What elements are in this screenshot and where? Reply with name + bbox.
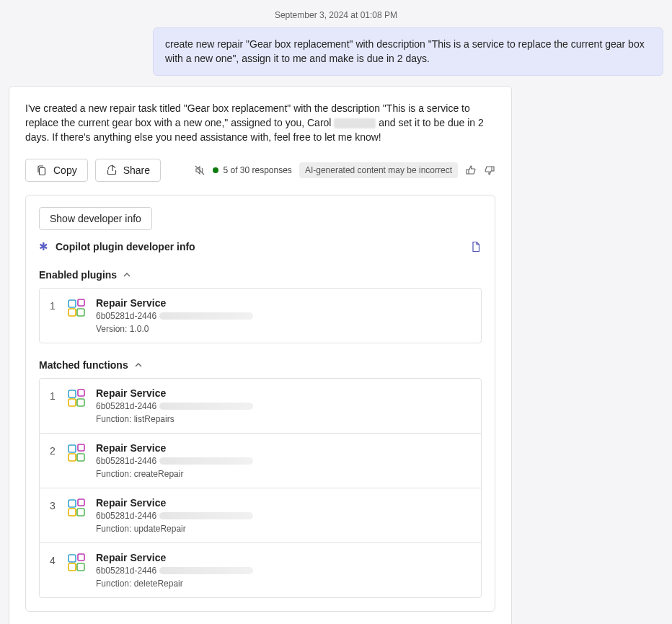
function-row: 3 Repair Service 6b05281d-2446 Function:… — [40, 488, 481, 542]
document-icon[interactable] — [470, 241, 482, 252]
plugin-name: Repair Service — [96, 297, 471, 309]
status-indicator-icon — [213, 167, 218, 173]
matched-functions-list: 1 Repair Service 6b05281d-2446 Function:… — [39, 378, 482, 598]
row-index: 1 — [50, 387, 57, 424]
user-message: create new repair "Gear box replacement"… — [153, 27, 663, 76]
matched-functions-label: Matched functions — [39, 359, 128, 371]
chevron-up-icon — [134, 361, 143, 369]
show-developer-info-button[interactable]: Show developer info — [39, 207, 152, 230]
row-index: 2 — [50, 442, 57, 479]
redacted-id — [159, 403, 253, 410]
function-row: 1 Repair Service 6b05281d-2446 Function:… — [40, 379, 481, 433]
enabled-plugins-list: 1 Repair Service 6b05281d-2446 Version: … — [39, 288, 482, 343]
copy-label: Copy — [53, 164, 77, 176]
app-tile-icon — [67, 498, 86, 517]
enabled-plugins-label: Enabled plugins — [39, 269, 117, 281]
developer-info-panel: Show developer info ✱ Copilot plugin dev… — [25, 195, 495, 612]
plugin-name: Repair Service — [96, 442, 471, 454]
share-label: Share — [123, 164, 150, 176]
app-tile-icon — [67, 444, 86, 462]
plugin-id: 6b05281d-2446 — [96, 456, 471, 466]
function-name: Function: listRepairs — [96, 414, 471, 424]
share-button[interactable]: Share — [95, 159, 161, 182]
chevron-up-icon — [123, 271, 131, 279]
app-tile-icon — [67, 553, 86, 572]
function-row: 4 Repair Service 6b05281d-2446 Function:… — [40, 542, 481, 597]
ai-disclaimer-badge: AI-generated content may be incorrect — [299, 162, 458, 178]
chat-container: September 3, 2024 at 01:08 PM create new… — [0, 0, 672, 624]
redacted-name — [334, 118, 376, 128]
action-bar: Copy Share 5 of 30 responses AI-generate… — [25, 159, 495, 182]
response-counter: 5 of 30 responses — [213, 165, 291, 175]
plugin-id: 6b05281d-2446 — [96, 566, 471, 576]
plugin-id: 6b05281d-2446 — [96, 511, 471, 521]
plugin-version: Version: 1.0.0 — [96, 324, 471, 334]
plugin-name: Repair Service — [96, 552, 471, 563]
developer-info-title: Copilot plugin developer info — [56, 241, 463, 252]
function-name: Function: updateRepair — [96, 524, 471, 534]
plugin-name: Repair Service — [96, 387, 471, 399]
redacted-id — [159, 512, 253, 519]
plugin-id: 6b05281d-2446 — [96, 401, 471, 411]
redacted-id — [159, 457, 253, 465]
redacted-id — [159, 312, 253, 320]
assistant-message-card: I've created a new repair task titled "G… — [9, 86, 512, 624]
function-name: Function: createRepair — [96, 469, 471, 479]
function-name: Function: deleteRepair — [96, 579, 471, 589]
row-index: 1 — [50, 297, 57, 334]
plugin-id: 6b05281d-2446 — [96, 311, 471, 321]
thumbs-up-icon[interactable] — [465, 164, 477, 176]
row-index: 4 — [50, 552, 57, 589]
plugin-name: Repair Service — [96, 497, 471, 509]
response-counter-text: 5 of 30 responses — [223, 165, 291, 175]
app-tile-icon — [67, 389, 86, 408]
read-aloud-off-icon[interactable] — [194, 164, 205, 176]
matched-functions-header[interactable]: Matched functions — [39, 359, 482, 371]
svg-rect-4 — [40, 168, 45, 175]
redacted-id — [159, 567, 253, 574]
message-timestamp: September 3, 2024 at 01:08 PM — [9, 7, 663, 27]
enabled-plugins-header[interactable]: Enabled plugins — [39, 269, 482, 281]
bug-icon: ✱ — [39, 240, 48, 253]
plugin-row: 1 Repair Service 6b05281d-2446 Version: … — [40, 289, 481, 343]
function-row: 2 Repair Service 6b05281d-2446 Function:… — [40, 433, 481, 488]
row-index: 3 — [50, 497, 57, 534]
copy-button[interactable]: Copy — [25, 159, 88, 182]
thumbs-down-icon[interactable] — [484, 164, 495, 176]
assistant-reply-text: I've created a new repair task titled "G… — [25, 101, 495, 145]
show-developer-info-label: Show developer info — [50, 213, 141, 224]
copy-icon — [36, 164, 48, 176]
share-icon — [106, 164, 118, 176]
app-tile-icon — [67, 299, 86, 317]
developer-info-header: ✱ Copilot plugin developer info — [39, 240, 482, 253]
